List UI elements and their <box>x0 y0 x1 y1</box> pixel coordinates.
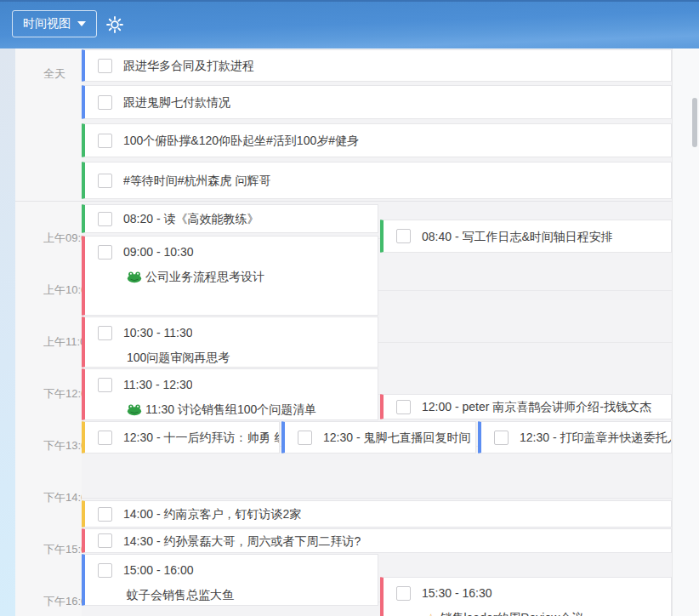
event-title: 10:30 - 11:30 <box>123 325 192 340</box>
task-huaduo-contract[interactable]: 跟进华多合同及打款进程 <box>82 49 672 82</box>
event-subtitle-text: 11:30 讨论销售组100个问题清单 <box>145 402 316 417</box>
event-checkbox[interactable] <box>396 400 411 414</box>
chevron-down-icon <box>77 21 86 26</box>
event-row: 跟进鬼脚七付款情况 <box>85 86 671 118</box>
left-edge-strip <box>0 48 15 616</box>
event-row: 12:30 - 十一后约拜访：帅勇 红... <box>85 422 279 453</box>
event-title: 跟进华多合同及打款进程 <box>123 58 254 73</box>
event-subtitle: 公司业务流程思考设计 <box>127 269 264 284</box>
event-row: 跟进华多合同及打款进程 <box>85 50 671 81</box>
event-1230-visit[interactable]: 12:30 - 十一后约拜访：帅勇 红... <box>82 421 280 453</box>
event-row: 15:00 - 16:00 <box>85 555 378 578</box>
event-row: 11:30 - 12:30 <box>85 369 378 392</box>
frog-icon <box>127 403 142 416</box>
event-subtitle-text: 蚊子会销售总监大鱼 <box>127 587 234 602</box>
event-subtitle: 11:30 讨论销售组100个问题清单 <box>127 402 316 417</box>
event-1130-sales-list[interactable]: 11:30 - 12:3011:30 讨论销售组100个问题清单 <box>82 368 378 420</box>
event-title: 08:40 - 写工作日志&时间轴日程安排 <box>422 229 613 244</box>
event-subtitle: 蚊子会销售总监大鱼 <box>127 587 234 602</box>
task-waiting-senhu[interactable]: #等待时间#杭州森虎 问辉哥 <box>82 162 672 199</box>
event-checkbox[interactable] <box>98 174 112 188</box>
view-switcher-label: 时间视图 <box>23 16 71 31</box>
event-title: 12:30 - 鬼脚七直播回复时间，... <box>323 430 475 445</box>
event-title: 跟进鬼脚七付款情况 <box>123 94 230 110</box>
event-checkbox[interactable] <box>298 431 312 445</box>
event-1230-livestream[interactable]: 12:30 - 鬼脚七直播回复时间，... <box>281 421 476 453</box>
event-row: 14:00 - 约南京客户，钉钉访谈2家 <box>85 501 671 527</box>
frog-icon <box>127 271 142 283</box>
event-title: 14:30 - 约孙景磊大哥，周六或者下周二拜访? <box>123 533 361 549</box>
event-checkbox[interactable] <box>98 431 112 445</box>
time-axis: 全天上午09:00上午10:00上午11:00下午12:00下午13:00下午1… <box>15 48 82 616</box>
event-title: 12:00 - peter 南京喜鹊会讲师介绍-找钱文杰 <box>422 399 651 414</box>
view-switcher-button[interactable]: 时间视图 <box>12 10 97 37</box>
right-gutter <box>672 48 699 616</box>
event-title: 15:00 - 16:00 <box>123 562 194 578</box>
event-1400-nanjing[interactable]: 14:00 - 约南京客户，钉钉访谈2家 <box>82 500 672 528</box>
event-checkbox[interactable] <box>396 586 411 601</box>
time-label-all-day: 全天 <box>43 67 65 81</box>
event-subtitle: 100问题审阅再思考 <box>127 350 230 365</box>
event-subtitle-text: 销售leader的周Review会议 <box>440 610 583 616</box>
event-row: 12:00 - peter 南京喜鹊会讲师介绍-找钱文杰 <box>384 395 671 419</box>
event-title: 12:30 - 十一后约拜访：帅勇 红... <box>123 430 279 445</box>
event-subtitle-text: 100问题审阅再思考 <box>127 350 230 365</box>
event-title: 14:00 - 约南京客户，钉钉访谈2家 <box>123 506 301 522</box>
event-1230-print-stamp[interactable]: 12:30 - 打印盖章并快递委托人... <box>478 421 672 453</box>
task-guijiaoqi-payment[interactable]: 跟进鬼脚七付款情况 <box>82 85 672 119</box>
event-subtitle: ☆销售leader的周Review会议 <box>425 610 583 616</box>
event-checkbox[interactable] <box>98 212 112 226</box>
event-1430-sunjinglei[interactable]: 14:30 - 约孙景磊大哥，周六或者下周二拜访? <box>82 528 672 553</box>
event-checkbox[interactable] <box>98 59 112 73</box>
event-title: 11:30 - 12:30 <box>123 377 192 392</box>
topbar: 时间视图 <box>0 0 699 48</box>
calendar-day-view: 全天上午09:00上午10:00上午11:00下午12:00下午13:00下午1… <box>0 48 699 616</box>
event-row: #等待时间#杭州森虎 问辉哥 <box>85 163 671 198</box>
event-row: 08:20 - 读《高效能教练》 <box>85 205 378 232</box>
event-row: 100个俯卧撑&120仰卧起坐#活到100岁#健身 <box>85 124 671 157</box>
event-title: #等待时间#杭州森虎 问辉哥 <box>123 173 270 188</box>
event-checkbox[interactable] <box>98 245 112 260</box>
star-icon: ☆ <box>425 612 436 616</box>
event-checkbox[interactable] <box>98 507 112 522</box>
settings-gear-icon[interactable] <box>105 15 124 34</box>
event-checkbox[interactable] <box>396 229 411 243</box>
event-title: 15:30 - 16:30 <box>422 585 492 601</box>
event-checkbox[interactable] <box>98 378 112 392</box>
event-checkbox[interactable] <box>98 134 112 148</box>
event-checkbox[interactable] <box>98 563 112 578</box>
event-checkbox[interactable] <box>98 533 112 548</box>
event-0900-process[interactable]: 09:00 - 10:30公司业务流程思考设计 <box>82 236 378 316</box>
task-pushups[interactable]: 100个俯卧撑&120仰卧起坐#活到100岁#健身 <box>82 123 672 157</box>
event-title: 12:30 - 打印盖章并快递委托人... <box>520 430 671 445</box>
event-row: 09:00 - 10:30 <box>85 237 378 260</box>
event-row: 14:30 - 约孙景磊大哥，周六或者下周二拜访? <box>85 529 671 552</box>
event-row: 08:40 - 写工作日志&时间轴日程安排 <box>384 220 671 252</box>
event-subtitle-text: 公司业务流程思考设计 <box>145 269 264 284</box>
event-title: 08:20 - 读《高效能教练》 <box>123 211 259 226</box>
event-checkbox[interactable] <box>494 431 509 445</box>
hour-gridline <box>82 498 672 499</box>
event-checkbox[interactable] <box>98 326 112 340</box>
event-row: 10:30 - 11:30 <box>85 317 378 340</box>
event-1030-review[interactable]: 10:30 - 11:30100问题审阅再思考 <box>82 317 378 368</box>
event-row: 12:30 - 鬼脚七直播回复时间，... <box>285 422 475 453</box>
event-checkbox[interactable] <box>98 95 112 110</box>
event-title: 09:00 - 10:30 <box>123 244 194 260</box>
event-1530-leader-review[interactable]: 15:30 - 16:30☆销售leader的周Review会议 <box>380 577 672 616</box>
event-row: 12:30 - 打印盖章并快递委托人... <box>481 422 671 453</box>
event-0840-worklog[interactable]: 08:40 - 写工作日志&时间轴日程安排 <box>380 220 672 253</box>
event-title: 100个俯卧撑&120仰卧起坐#活到100岁#健身 <box>123 133 359 148</box>
event-0820-reading[interactable]: 08:20 - 读《高效能教练》 <box>82 204 378 233</box>
event-1500-wenzihui[interactable]: 15:00 - 16:00蚊子会销售总监大鱼 <box>82 554 378 606</box>
event-1200-peter[interactable]: 12:00 - peter 南京喜鹊会讲师介绍-找钱文杰 <box>380 394 672 419</box>
event-row: 15:30 - 16:30 <box>384 578 671 601</box>
allday-section-divider <box>15 201 672 202</box>
vertical-scrollbar[interactable] <box>692 98 697 147</box>
